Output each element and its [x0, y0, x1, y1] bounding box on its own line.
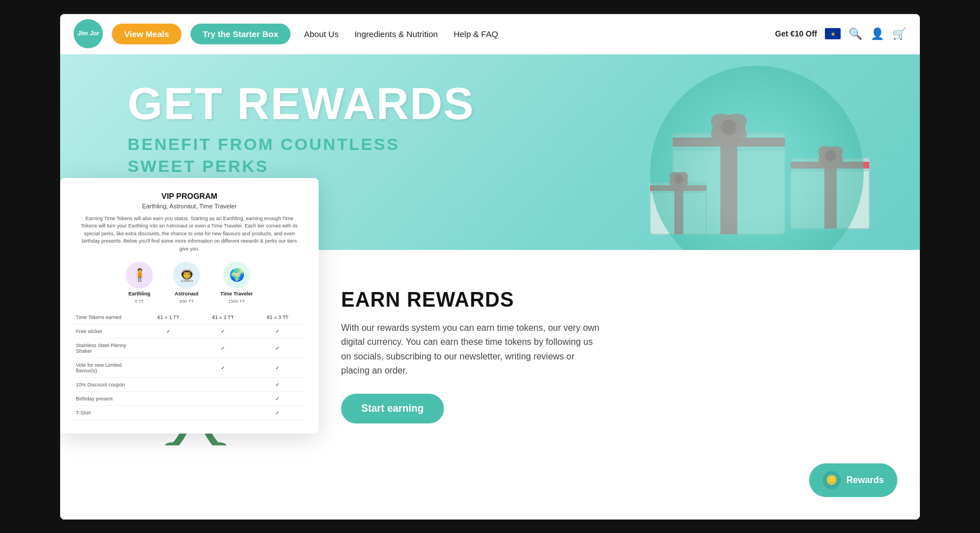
- table-row: T-Shirt ✓: [74, 406, 305, 420]
- astronaut-name: Astronaut: [175, 291, 199, 297]
- earn-rewards-title: EARN REWARDS: [341, 288, 852, 312]
- row-astronaut: [196, 406, 250, 420]
- table-row: 10% Discount coupon ✓: [74, 378, 305, 392]
- row-earthling: [141, 378, 196, 392]
- vip-subtitle: Earthling, Astronaut, Time Traveler: [74, 203, 305, 209]
- row-traveler: ✓: [251, 392, 305, 406]
- table-row: Free sticker ✓ ✓ ✓: [74, 325, 305, 339]
- row-label: Time Tokens earned: [74, 311, 141, 325]
- row-earthling: ✓: [141, 325, 196, 339]
- earthling-tokens: 0 TT: [135, 299, 144, 304]
- row-astronaut: ✓: [196, 339, 250, 358]
- row-astronaut: ✓: [196, 358, 250, 378]
- row-earthling: [141, 358, 196, 378]
- cart-icon[interactable]: 🛒: [892, 27, 906, 40]
- row-label: Birthday present: [74, 392, 141, 406]
- traveler-tokens: 1500 TT: [228, 299, 245, 304]
- traveler-avatar: 🌍: [223, 262, 250, 289]
- table-row: Stainless Steel Plenny Shaker ✓ ✓: [74, 339, 305, 358]
- tier-astronaut: 👨‍🚀 Astronaut 850 TT: [173, 262, 200, 304]
- about-us-link[interactable]: About Us: [304, 29, 339, 39]
- earn-rewards-description: With our rewards system you can earn tim…: [341, 321, 600, 378]
- start-earning-button[interactable]: Start earning: [341, 394, 444, 423]
- earthling-avatar: 🧍: [126, 262, 153, 289]
- row-earthling: €1 = 1 TT: [141, 311, 196, 325]
- traveler-name: Time Traveler: [220, 291, 253, 297]
- tier-traveler: 🌍 Time Traveler 1500 TT: [220, 262, 253, 304]
- row-label: Free sticker: [74, 325, 141, 339]
- rewards-badge-icon: 🪙: [823, 471, 841, 489]
- screen-wrapper: Jim Jor View Meals Try the Starter Box A…: [60, 14, 920, 520]
- row-label: Stainless Steel Plenny Shaker: [74, 339, 141, 358]
- row-label: T-Shirt: [74, 406, 141, 420]
- earthling-name: Earthling: [129, 291, 151, 297]
- table-row: Birthday present ✓: [74, 392, 305, 406]
- gift-circle-bg: [650, 66, 864, 279]
- nav-links: About Us Ingredients & Nutrition Help & …: [304, 29, 498, 39]
- row-earthling: [141, 392, 196, 406]
- view-meals-button[interactable]: View Meals: [112, 24, 182, 44]
- row-traveler: ✓: [251, 339, 305, 358]
- vip-table: Time Tokens earned €1 = 1 TT €1 = 2 TT €…: [74, 311, 305, 420]
- discount-label: Get €10 Off: [775, 29, 817, 38]
- navbar: Jim Jor View Meals Try the Starter Box A…: [60, 14, 920, 54]
- astronaut-avatar: 👨‍🚀: [173, 262, 200, 289]
- row-earthling: [141, 406, 196, 420]
- tier-icons: 🧍 Earthling 0 TT 👨‍🚀 Astronaut 850 TT 🌍 …: [74, 262, 305, 304]
- main-content: GET REWARDS BENEFIT FROM COUNTLESS SWEET…: [60, 54, 920, 520]
- ingredients-link[interactable]: Ingredients & Nutrition: [355, 29, 438, 39]
- earn-rewards-section: EARN REWARDS With our rewards system you…: [341, 277, 852, 423]
- vip-title: VIP PROGRAM: [74, 192, 305, 201]
- row-label: 10% Discount coupon: [74, 378, 141, 392]
- row-traveler: ✓: [251, 406, 305, 420]
- table-row: Vote for new Limited flavour(s) ✓ ✓: [74, 358, 305, 378]
- row-traveler: €1 = 3 TT: [251, 311, 305, 325]
- row-earthling: [141, 339, 196, 358]
- astronaut-tokens: 850 TT: [179, 299, 193, 304]
- row-astronaut: ✓: [196, 325, 250, 339]
- table-row: Time Tokens earned €1 = 1 TT €1 = 2 TT €…: [74, 311, 305, 325]
- search-icon[interactable]: 🔍: [849, 27, 863, 40]
- rewards-button[interactable]: 🪙 Rewards: [809, 463, 897, 497]
- vip-panel: VIP PROGRAM Earthling, Astronaut, Time T…: [60, 178, 319, 434]
- try-starter-box-button[interactable]: Try the Starter Box: [190, 24, 291, 44]
- row-traveler: ✓: [251, 358, 305, 378]
- row-label: Vote for new Limited flavour(s): [74, 358, 141, 378]
- row-traveler: ✓: [251, 378, 305, 392]
- faq-link[interactable]: Help & FAQ: [453, 29, 498, 39]
- row-astronaut: [196, 378, 250, 392]
- row-astronaut: [196, 392, 250, 406]
- row-astronaut: €1 = 2 TT: [196, 311, 250, 325]
- tier-earthling: 🧍 Earthling 0 TT: [126, 262, 153, 304]
- vip-description: Earning Time Tokens will also earn you s…: [74, 215, 305, 253]
- eu-flag-icon[interactable]: ★: [825, 28, 841, 39]
- logo-text: Jim Jor: [77, 30, 99, 37]
- user-icon[interactable]: 👤: [870, 27, 884, 40]
- logo[interactable]: Jim Jor: [74, 19, 103, 48]
- rewards-button-label: Rewards: [846, 475, 884, 485]
- row-traveler: ✓: [251, 325, 305, 339]
- nav-right: Get €10 Off ★ 🔍 👤 🛒: [775, 27, 906, 40]
